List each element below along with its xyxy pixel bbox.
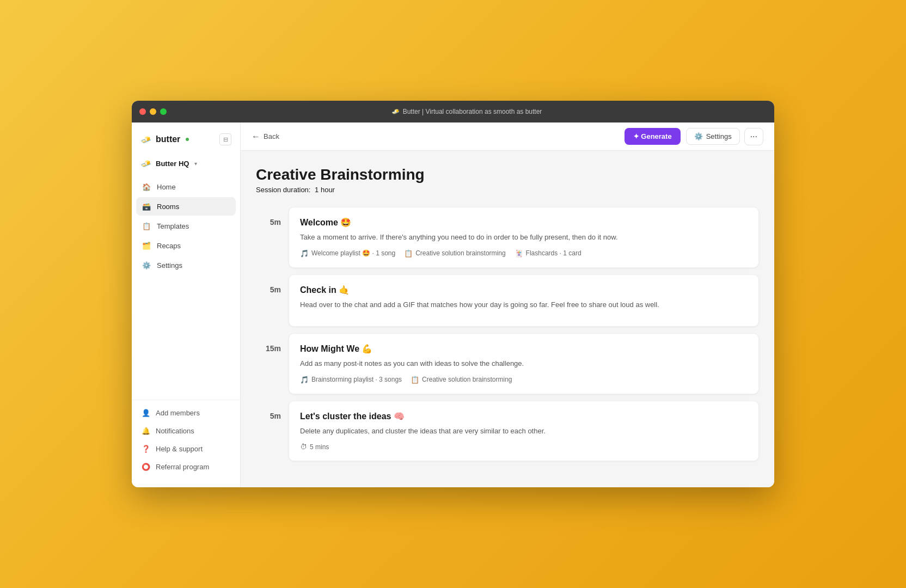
agenda-tags: 🎵 Brainstorming playlist · 3 songs 📋 Cre…: [300, 376, 748, 384]
agenda-tag: 📋 Creative solution brainstorming: [411, 376, 512, 384]
sidebar-item-label: Templates: [157, 222, 189, 230]
titlebar-title: 🧈 Butter | Virtual collaboration as smoo…: [167, 108, 767, 115]
back-arrow-icon: ←: [252, 132, 260, 142]
notifications-button[interactable]: 🔔 Notifications: [136, 422, 236, 439]
agenda-card[interactable]: Check in 🤙 Head over to the chat and add…: [289, 274, 759, 327]
tag-label: Flashcards · 1 card: [526, 249, 581, 257]
agenda-time: 5m: [256, 401, 289, 462]
content-area[interactable]: Creative Brainstorming Session duration:…: [241, 151, 774, 487]
back-label: Back: [264, 132, 279, 140]
sidebar-item-label: Settings: [157, 261, 182, 270]
agenda-tag: ⏱ 5 mins: [300, 443, 329, 451]
agenda-time: 5m: [256, 207, 289, 268]
referral-icon: ⭕: [142, 463, 150, 471]
tag-label: Creative solution brainstorming: [415, 249, 505, 257]
main-content: ← Back ✦ Generate ⚙️ Settings ··· Creati…: [241, 122, 774, 487]
sidebar-item-recaps[interactable]: 🗂️ Recaps: [136, 236, 236, 255]
sidebar-item-templates[interactable]: 📋 Templates: [136, 217, 236, 235]
agenda-card[interactable]: Welcome 🤩 Take a moment to arrive. If th…: [289, 207, 759, 268]
agenda-tag: 📋 Creative solution brainstorming: [404, 249, 505, 258]
sidebar: 🧈 butter ⊟ 🧈 Butter HQ ▾ 🏠 Home: [132, 122, 241, 487]
agenda-item: 5m Let's cluster the ideas 🧠 Delete any …: [256, 401, 759, 462]
add-members-button[interactable]: 👤 Add members: [136, 405, 236, 421]
sidebar-logo: 🧈 butter ⊟: [132, 129, 240, 154]
agenda-tag: 🎵 Welcome playlist 🤩 · 1 song: [300, 249, 395, 258]
app-window: 🧈 Butter | Virtual collaboration as smoo…: [132, 101, 774, 487]
tag-icon: 🎵: [300, 376, 309, 384]
sidebar-item-home[interactable]: 🏠 Home: [136, 177, 236, 196]
back-button[interactable]: ← Back: [252, 132, 279, 142]
add-members-label: Add members: [156, 409, 200, 417]
titlebar-text: Butter | Virtual collaboration as smooth…: [403, 108, 542, 115]
settings-button[interactable]: ⚙️ Settings: [686, 128, 740, 145]
titlebar: 🧈 Butter | Virtual collaboration as smoo…: [132, 101, 774, 122]
tag-icon: 🃏: [515, 249, 523, 258]
generate-button[interactable]: ✦ Generate: [625, 128, 681, 145]
referral-program-button[interactable]: ⭕ Referral program: [136, 458, 236, 475]
settings-label: Settings: [706, 132, 732, 140]
titlebar-emoji: 🧈: [391, 108, 400, 115]
topbar: ← Back ✦ Generate ⚙️ Settings ···: [241, 122, 774, 151]
notifications-icon: 🔔: [142, 427, 150, 435]
help-icon: ❓: [142, 445, 150, 453]
agenda-item: 5m Check in 🤙 Head over to the chat and …: [256, 274, 759, 327]
rooms-icon: 🗃️: [142, 201, 151, 211]
tag-label: Brainstorming playlist · 3 songs: [311, 376, 402, 383]
tag-icon: 📋: [411, 376, 419, 384]
agenda-tag: 🎵 Brainstorming playlist · 3 songs: [300, 376, 402, 384]
session-duration: Session duration: 1 hour: [256, 186, 759, 194]
sidebar-item-label: Recaps: [157, 242, 181, 250]
agenda-card[interactable]: How Might We 💪 Add as many post-it notes…: [289, 333, 759, 394]
timer-icon: ⏱: [300, 443, 307, 451]
more-icon: ···: [750, 132, 757, 141]
workspace-icon: 🧈: [140, 158, 151, 169]
agenda-card-title: Let's cluster the ideas 🧠: [300, 411, 748, 421]
agenda-card[interactable]: Let's cluster the ideas 🧠 Delete any dup…: [289, 401, 759, 462]
agenda-tags: 🎵 Welcome playlist 🤩 · 1 song 📋 Creative…: [300, 249, 748, 258]
add-members-icon: 👤: [142, 409, 150, 417]
sidebar-bottom: 👤 Add members 🔔 Notifications ❓ Help & s…: [132, 400, 240, 481]
help-support-button[interactable]: ❓ Help & support: [136, 440, 236, 457]
agenda-card-desc: Take a moment to arrive. If there's anyt…: [300, 232, 748, 243]
agenda-tags: ⏱ 5 mins: [300, 443, 748, 451]
agenda-card-desc: Add as many post-it notes as you can wit…: [300, 358, 748, 369]
workspace-selector[interactable]: 🧈 Butter HQ ▾: [132, 154, 240, 173]
agenda-item: 5m Welcome 🤩 Take a moment to arrive. If…: [256, 207, 759, 268]
status-dot: [186, 138, 189, 141]
window-controls: [139, 108, 167, 115]
agenda-list: 5m Welcome 🤩 Take a moment to arrive. If…: [256, 207, 759, 461]
tag-label: Welcome playlist 🤩 · 1 song: [311, 249, 395, 257]
agenda-card-desc: Delete any duplicates, and cluster the i…: [300, 426, 748, 437]
close-button[interactable]: [139, 108, 146, 115]
generate-label: ✦ Generate: [633, 132, 672, 140]
sidebar-nav: 🏠 Home 🗃️ Rooms 📋 Templates 🗂️ Recaps ⚙️: [132, 177, 240, 400]
agenda-item: 15m How Might We 💪 Add as many post-it n…: [256, 333, 759, 394]
home-icon: 🏠: [142, 182, 151, 192]
collapse-sidebar-button[interactable]: ⊟: [219, 133, 231, 145]
tag-label: 5 mins: [310, 443, 329, 451]
workspace-chevron-icon: ▾: [194, 161, 197, 167]
collapse-icon: ⊟: [223, 136, 228, 143]
maximize-button[interactable]: [160, 108, 167, 115]
workspace-name: Butter HQ: [156, 160, 189, 168]
settings-nav-icon: ⚙️: [142, 260, 151, 270]
logo-icon: 🧈: [140, 134, 151, 145]
notifications-label: Notifications: [156, 427, 194, 435]
settings-gear-icon: ⚙️: [694, 132, 703, 140]
referral-label: Referral program: [156, 463, 209, 471]
sidebar-item-rooms[interactable]: 🗃️ Rooms: [136, 197, 236, 216]
tag-label: Creative solution brainstorming: [422, 376, 512, 383]
sidebar-item-label: Rooms: [157, 203, 179, 211]
sidebar-item-settings[interactable]: ⚙️ Settings: [136, 256, 236, 274]
agenda-time: 15m: [256, 333, 289, 394]
agenda-time: 5m: [256, 274, 289, 327]
page-title: Creative Brainstorming: [256, 166, 759, 183]
tag-icon: 🎵: [300, 249, 309, 258]
agenda-card-title: Welcome 🤩: [300, 217, 748, 228]
minimize-button[interactable]: [150, 108, 156, 115]
more-options-button[interactable]: ···: [744, 128, 763, 145]
tag-icon: 📋: [404, 249, 413, 258]
agenda-card-title: How Might We 💪: [300, 344, 748, 354]
recaps-icon: 🗂️: [142, 241, 151, 250]
app-body: 🧈 butter ⊟ 🧈 Butter HQ ▾ 🏠 Home: [132, 122, 774, 487]
